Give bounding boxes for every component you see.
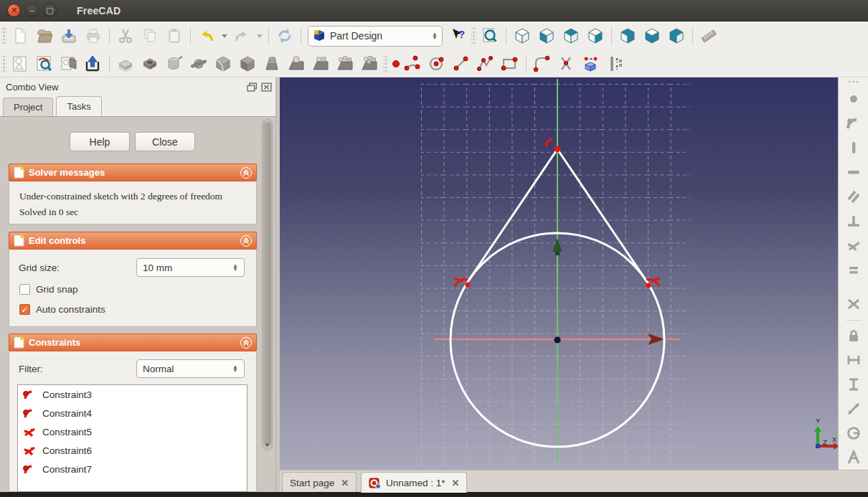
equal-constraint-button[interactable] <box>844 260 863 279</box>
radius-button[interactable] <box>844 423 863 442</box>
constraint-filter-arrows[interactable]: ▲▼ <box>232 365 238 372</box>
right-view-button[interactable] <box>583 24 608 47</box>
map-sketch-button[interactable] <box>57 52 81 75</box>
window-close-button[interactable]: ✕ <box>7 4 21 17</box>
redo-dropdown[interactable] <box>254 24 265 47</box>
perpendicular-constraint-button[interactable] <box>844 211 863 230</box>
front-view-button[interactable] <box>534 24 559 47</box>
window-minimize-button[interactable]: – <box>25 4 39 17</box>
scrollbar-thumb[interactable] <box>263 122 271 446</box>
rear-view-button[interactable] <box>615 24 640 47</box>
fit-all-button[interactable] <box>478 24 502 47</box>
panel-float-icon[interactable] <box>247 82 258 92</box>
constraints-header[interactable]: Constraints <box>9 333 257 351</box>
toolbar-grip[interactable] <box>383 55 388 72</box>
window-maximize-button[interactable]: ▢ <box>43 4 57 17</box>
workbench-selector[interactable]: Part Design ▲▼ <box>308 26 443 47</box>
toolbar-grip[interactable] <box>1 27 6 44</box>
tab-close-icon[interactable]: ✕ <box>341 478 349 488</box>
cut-button[interactable] <box>113 24 138 47</box>
3d-viewport[interactable]: Y Z X <box>280 77 838 470</box>
vertical-constraint-button[interactable] <box>844 138 863 157</box>
copy-button[interactable] <box>138 24 162 47</box>
top-view-button[interactable] <box>559 24 583 47</box>
pocket-button[interactable] <box>138 52 162 75</box>
left-view-button[interactable] <box>664 24 689 47</box>
polyline-tool-button[interactable] <box>473 52 498 75</box>
new-sketch-button[interactable] <box>8 52 32 75</box>
groove-button[interactable] <box>187 52 211 75</box>
linear-pattern-button[interactable] <box>308 52 333 75</box>
coincident-constraint-button[interactable] <box>844 89 863 108</box>
angle-button[interactable] <box>844 448 863 467</box>
sketch-canvas[interactable]: Y Z X <box>280 77 838 470</box>
collapse-icon[interactable] <box>240 235 252 247</box>
symmetric-constraint-button[interactable] <box>844 294 863 313</box>
chamfer-button[interactable] <box>235 52 260 75</box>
print-button[interactable] <box>81 24 105 47</box>
panel-close-icon[interactable] <box>261 82 272 92</box>
solver-messages-header[interactable]: Solver messages <box>9 164 257 181</box>
help-button[interactable]: Help <box>70 132 130 151</box>
constraint-list-item[interactable]: Constraint7 <box>18 460 247 478</box>
view-sketch-button[interactable] <box>32 52 57 75</box>
save-button[interactable] <box>57 24 81 47</box>
constraint-list-item[interactable]: Constraint5 <box>18 422 247 441</box>
constraint-list-item[interactable]: Constraint3 <box>18 385 247 404</box>
redo-button[interactable] <box>230 24 254 47</box>
tab-project[interactable]: Project <box>3 98 53 116</box>
toolbar-grip[interactable] <box>471 27 476 44</box>
horizontal-distance-button[interactable] <box>844 350 863 369</box>
pad-button[interactable] <box>113 52 138 75</box>
grid-snap-checkbox[interactable] <box>19 284 30 295</box>
rectangle-tool-button[interactable] <box>498 52 522 75</box>
constraint-list-item[interactable]: Constraint6 <box>18 441 247 460</box>
measure-button[interactable] <box>697 24 721 47</box>
distance-button[interactable] <box>844 399 863 418</box>
grid-size-spin-arrows[interactable]: ▲▼ <box>232 264 238 271</box>
trim-button[interactable] <box>555 52 579 75</box>
toolbar-grip[interactable] <box>1 55 6 72</box>
mirrored-button[interactable] <box>284 52 308 75</box>
tangent-constraint-button[interactable] <box>844 235 863 255</box>
draft-button[interactable] <box>260 52 284 75</box>
edit-controls-header[interactable]: Edit controls <box>9 232 257 250</box>
collapse-icon[interactable] <box>240 337 252 349</box>
grid-size-spinbox[interactable]: 10 mm ▲▼ <box>136 258 245 277</box>
fillet-button[interactable] <box>211 52 235 75</box>
vertical-distance-button[interactable] <box>844 374 863 394</box>
toolbar-grip[interactable] <box>848 80 859 84</box>
line-tool-button[interactable] <box>449 52 473 75</box>
new-document-button[interactable] <box>8 24 32 47</box>
tab-close-icon[interactable]: ✕ <box>452 478 460 488</box>
point-on-object-constraint-button[interactable] <box>844 113 863 133</box>
undo-button[interactable] <box>194 24 219 47</box>
collapse-icon[interactable] <box>240 167 252 179</box>
polar-pattern-button[interactable] <box>333 52 357 75</box>
revolution-button[interactable] <box>162 52 187 75</box>
constraint-filter-combo[interactable]: Normal ▲▼ <box>136 359 245 378</box>
tab-start-page[interactable]: Start page ✕ <box>282 472 357 493</box>
construction-mode-button[interactable] <box>603 52 628 75</box>
whats-this-button[interactable]: ? <box>445 24 470 47</box>
bottom-view-button[interactable] <box>640 24 664 47</box>
undo-dropdown[interactable] <box>219 24 230 47</box>
auto-constraints-checkbox[interactable]: ✓ <box>19 304 30 315</box>
horizontal-constraint-button[interactable] <box>844 162 863 181</box>
constraint-list-item[interactable]: Constraint4 <box>18 404 247 422</box>
lock-constraint-button[interactable] <box>844 326 863 345</box>
point-tool-button[interactable] <box>390 52 400 75</box>
parallel-constraint-button[interactable] <box>844 186 863 206</box>
panel-scrollbar[interactable]: ▲ ▼ <box>262 119 273 450</box>
axonometric-view-button[interactable] <box>510 24 534 47</box>
leave-sketch-button[interactable] <box>81 52 105 75</box>
paste-button[interactable] <box>162 24 187 47</box>
fillet-sketch-button[interactable] <box>530 52 555 75</box>
open-document-button[interactable] <box>32 24 57 47</box>
scroll-down-arrow[interactable]: ▼ <box>263 442 272 448</box>
tab-unnamed-document[interactable]: Unnamed : 1* ✕ <box>361 472 467 493</box>
external-geometry-button[interactable] <box>579 52 603 75</box>
circle-tool-button[interactable] <box>425 52 449 75</box>
origin-point[interactable] <box>554 336 560 343</box>
multitransform-button[interactable] <box>357 52 382 75</box>
